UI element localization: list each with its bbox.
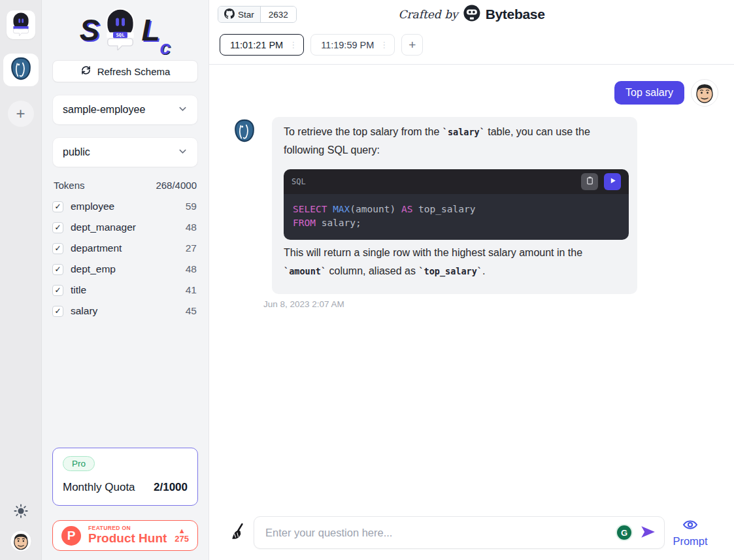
play-icon (609, 176, 617, 187)
table-checkbox[interactable]: ✓ (52, 306, 63, 317)
table-row-title: ✓ title 41 (52, 280, 198, 301)
table-name: title (71, 284, 86, 296)
assistant-paragraph: To retrieve the top salary from the `sal… (284, 123, 626, 159)
product-hunt-name: Product Hunt (88, 532, 167, 546)
composer-bar: G Prompt (209, 516, 734, 560)
tokens-label: Tokens (54, 180, 85, 191)
schema-select-value: public (63, 146, 90, 158)
sqlchat-mascot-icon (10, 11, 32, 39)
main-panel: Star 2632 Crafted by Bytebase 11:01:21 P… (209, 0, 734, 560)
table-token-count: 27 (186, 242, 197, 254)
star-segment: Star (218, 7, 261, 22)
table-checkbox[interactable]: ✓ (52, 222, 63, 233)
theme-toggle-button[interactable] (14, 504, 28, 521)
table-checkbox[interactable]: ✓ (52, 285, 63, 296)
conversation-tab-bar: 11:01:21 PM ⋮ 11:19:59 PM ⋮ + (209, 29, 734, 65)
question-input-container: G (254, 516, 665, 549)
table-checkbox[interactable]: ✓ (52, 243, 63, 254)
sqlchat-logo: S SQL L c (52, 0, 198, 60)
copy-code-button[interactable] (581, 173, 598, 190)
table-checkbox[interactable]: ✓ (52, 264, 63, 275)
assistant-paragraph: This will return a single row with the h… (284, 244, 626, 280)
refresh-schema-label: Refresh Schema (97, 66, 171, 77)
conversation-item-postgres[interactable] (3, 54, 39, 86)
bytebase-logo-icon (463, 5, 480, 24)
table-row-department: ✓ department 27 (52, 238, 198, 259)
github-star-button[interactable]: Star 2632 (218, 6, 297, 23)
database-select[interactable]: sample-employee (52, 95, 198, 125)
star-count: 2632 (261, 7, 296, 22)
new-conversation-button[interactable]: + (8, 101, 34, 127)
schema-sidebar: S SQL L c Refresh Schema (42, 0, 209, 560)
github-icon (224, 8, 235, 21)
run-query-button[interactable] (604, 173, 621, 190)
broom-icon (230, 523, 247, 543)
refresh-schema-button[interactable]: Refresh Schema (52, 60, 198, 82)
upvote-count: ▲ 275 (175, 527, 189, 544)
table-name: dept_emp (71, 263, 116, 275)
conversation-rail: + (0, 0, 42, 560)
kebab-menu-icon[interactable]: ⋮ (289, 40, 297, 50)
table-name: salary (71, 305, 97, 317)
sun-icon (14, 509, 28, 520)
kebab-menu-icon[interactable]: ⋮ (380, 40, 388, 50)
product-hunt-badge[interactable]: P FEATURED ON Product Hunt ▲ 275 (52, 520, 198, 551)
quota-value: 2/1000 (154, 481, 188, 494)
prompt-label: Prompt (673, 535, 707, 548)
chevron-down-icon (178, 104, 188, 116)
eye-icon (682, 518, 698, 535)
chat-area: Top salary (209, 65, 734, 516)
assistant-avatar-postgresql-icon (232, 118, 257, 143)
user-account-avatar[interactable] (10, 530, 32, 552)
tokens-summary: Tokens 268/4000 (54, 180, 197, 191)
logo-mascot-icon: SQL (102, 7, 139, 53)
schema-select[interactable]: public (52, 137, 198, 167)
svg-text:SQL: SQL (116, 32, 125, 38)
assistant-message-bubble: To retrieve the top salary from the `sal… (272, 117, 637, 294)
crafted-by-brand[interactable]: Crafted by Bytebase (398, 0, 544, 29)
main-header: Star 2632 Crafted by Bytebase (209, 0, 734, 29)
tab-label: 11:19:59 PM (321, 40, 374, 50)
message-timestamp: Jun 8, 2023 2:07 AM (263, 299, 718, 309)
add-tab-button[interactable]: + (401, 34, 423, 56)
code-block-header: SQL (284, 169, 629, 194)
product-hunt-text: FEATURED ON Product Hunt (88, 525, 167, 545)
table-row-employee: ✓ employee 59 (52, 196, 198, 217)
star-label: Star (238, 10, 254, 20)
table-name: dept_manager (71, 222, 136, 233)
user-message-row: Top salary (232, 79, 718, 107)
table-token-count: 45 (186, 305, 197, 317)
send-button[interactable] (639, 523, 656, 542)
pro-badge: Pro (63, 456, 95, 471)
send-icon (639, 523, 656, 542)
sidebar-spacer (52, 321, 198, 448)
table-row-dept-manager: ✓ dept_manager 48 (52, 217, 198, 238)
prompt-button[interactable]: Prompt (671, 518, 709, 548)
table-name: employee (71, 201, 114, 212)
grammarly-icon[interactable]: G (616, 524, 633, 541)
question-input[interactable] (264, 526, 616, 540)
code-block-body[interactable]: SELECT MAX(amount) AS top_salaryFROM sal… (284, 194, 629, 240)
postgresql-icon (8, 56, 33, 84)
logo-letter-l: L (141, 15, 159, 45)
logo-letter-s: S (80, 15, 100, 45)
upvote-value: 275 (175, 535, 189, 544)
brand-name: Bytebase (486, 7, 545, 22)
tab-conversation-1[interactable]: 11:01:21 PM ⋮ (220, 34, 304, 56)
sqlchat-bot-button[interactable] (7, 10, 35, 39)
quota-card[interactable]: Pro Monthly Quota 2/1000 (52, 448, 198, 506)
table-row-salary: ✓ salary 45 (52, 301, 198, 321)
tab-label: 11:01:21 PM (230, 40, 283, 50)
clear-conversation-button[interactable] (229, 523, 248, 543)
table-checkbox[interactable]: ✓ (52, 201, 63, 212)
tokens-value: 268/4000 (156, 180, 197, 191)
tab-conversation-2[interactable]: 11:19:59 PM ⋮ (310, 34, 395, 56)
quota-label: Monthly Quota (63, 481, 135, 494)
logo-letter-c: c (160, 38, 171, 58)
product-hunt-logo-icon: P (61, 526, 81, 546)
table-token-count: 48 (186, 222, 197, 233)
crafted-by-label: Crafted by (398, 8, 458, 21)
database-select-value: sample-employee (63, 104, 145, 116)
clipboard-icon (585, 176, 595, 188)
chevron-down-icon (178, 146, 188, 159)
